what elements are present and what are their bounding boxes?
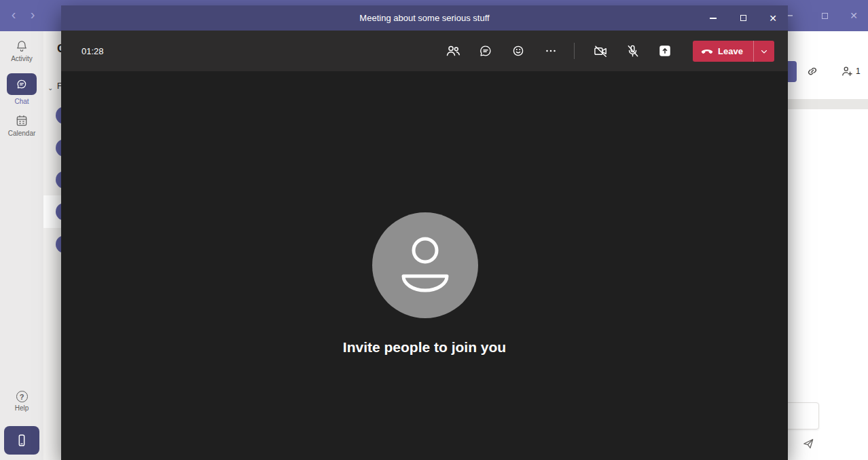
minimize-icon [710, 18, 717, 19]
more-actions-button[interactable] [537, 37, 564, 64]
send-message-button[interactable] [799, 434, 818, 453]
nav-forward-button[interactable]: › [24, 7, 41, 23]
reactions-button[interactable] [505, 37, 532, 64]
meeting-stage: Invite people to join you [61, 71, 788, 460]
meeting-maximize-button[interactable] [728, 5, 758, 31]
chat-bubble-icon [16, 78, 28, 90]
invite-message: Invite people to join you [61, 339, 788, 356]
mic-off-icon [625, 43, 640, 59]
close-icon: ✕ [850, 11, 858, 20]
share-tray-icon [657, 43, 672, 58]
leave-options-button[interactable] [754, 41, 774, 62]
ellipsis-icon [543, 43, 558, 58]
chevron-down-icon[interactable]: ⌄ [48, 84, 53, 92]
meeting-close-button[interactable]: ✕ [758, 5, 788, 31]
meeting-minimize-button[interactable] [698, 5, 728, 31]
maximize-icon [822, 13, 828, 19]
participant-count: 1 [856, 66, 861, 76]
forward-icon: › [31, 7, 35, 22]
reactions-smiley-icon [511, 43, 526, 58]
mobile-app-button[interactable] [4, 426, 39, 455]
question-mark-glyph: ? [20, 393, 24, 401]
hang-up-icon [701, 48, 713, 55]
send-icon [801, 437, 815, 451]
link-icon [806, 64, 819, 78]
meeting-toolbar: 01:28 Leave [61, 31, 788, 71]
toolbar-separator [574, 43, 575, 59]
sidebar-item-activity[interactable]: Activity [0, 39, 43, 62]
nav-back-button[interactable]: ‹ [5, 7, 22, 23]
share-screen-button[interactable] [651, 37, 679, 64]
sidebar-item-label: Help [15, 404, 29, 412]
app-close-button[interactable]: ✕ [839, 0, 868, 31]
calendar-icon [15, 114, 29, 128]
camera-toggle-button[interactable] [587, 37, 614, 64]
leave-button[interactable]: Leave [693, 46, 753, 56]
sidebar-item-help[interactable]: ? Help [0, 391, 43, 412]
app-maximize-button[interactable] [810, 0, 839, 31]
chat-bubble-icon [478, 43, 493, 58]
left-rail: Activity Chat Calendar ? Help [0, 31, 43, 460]
copy-link-button[interactable] [803, 62, 822, 81]
chevron-down-icon [760, 47, 768, 56]
show-participants-button[interactable] [439, 37, 467, 64]
back-icon: ‹ [12, 7, 16, 22]
meeting-titlebar: Meeting about some serious stuff ✕ [61, 5, 788, 31]
mic-toggle-button[interactable] [619, 37, 646, 64]
leave-label: Leave [718, 46, 743, 56]
maximize-icon [740, 15, 746, 21]
sidebar-item-calendar[interactable]: Calendar [0, 114, 43, 137]
sidebar-item-chat-label: Chat [0, 98, 43, 105]
show-conversation-button[interactable] [472, 37, 499, 64]
camera-off-icon [593, 43, 609, 59]
help-icon: ? [16, 391, 28, 402]
close-icon: ✕ [769, 14, 777, 23]
meeting-timer: 01:28 [82, 31, 104, 71]
add-participant-button[interactable] [837, 62, 856, 81]
people-icon [445, 43, 461, 59]
leave-split-button: Leave [693, 41, 774, 62]
sidebar-item-label: Calendar [8, 130, 36, 137]
person-add-icon [840, 64, 854, 78]
participant-avatar [372, 212, 478, 318]
meeting-window: Meeting about some serious stuff ✕ 01:28 [61, 5, 788, 460]
bell-icon [15, 39, 29, 53]
person-placeholder-icon [372, 212, 478, 318]
mobile-phone-icon [14, 433, 29, 448]
sidebar-item-chat[interactable] [7, 73, 37, 95]
meeting-title: Meeting about some serious stuff [61, 5, 788, 31]
sidebar-item-label: Activity [11, 55, 33, 62]
